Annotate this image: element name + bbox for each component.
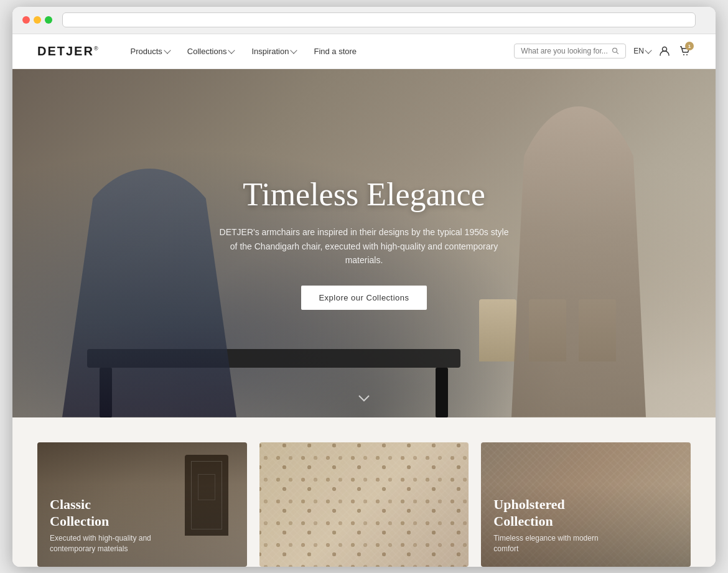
card-pattern bbox=[259, 442, 469, 567]
classic-collection-card[interactable]: ClassicCollection Executed with high-qua… bbox=[37, 442, 247, 567]
card-title: ClassicCollection bbox=[50, 496, 235, 529]
navbar: DETJER® Products Collections Inspiration… bbox=[12, 34, 716, 69]
chevron-down-icon bbox=[228, 47, 235, 54]
svg-point-3 bbox=[683, 54, 684, 55]
card-title: UpholsteredCollection bbox=[493, 496, 678, 529]
card-content: UpholsteredCollection Timeless elegance … bbox=[481, 484, 691, 566]
nav-item-inspiration[interactable]: Inspiration bbox=[245, 43, 302, 60]
middle-collection-card[interactable] bbox=[259, 442, 469, 567]
chevron-down-icon bbox=[164, 47, 170, 54]
card-subtitle: Executed with high-quality andcontempora… bbox=[50, 533, 235, 554]
search-bar[interactable] bbox=[514, 44, 626, 58]
explore-collections-button[interactable]: Explore our Collections bbox=[301, 286, 426, 310]
dot-red[interactable] bbox=[22, 16, 30, 24]
nav-item-collections[interactable]: Collections bbox=[181, 43, 241, 60]
hero-title: Timeless Elegance bbox=[177, 176, 551, 213]
svg-point-0 bbox=[613, 48, 617, 52]
search-input[interactable] bbox=[521, 47, 608, 55]
user-icon bbox=[659, 45, 670, 57]
nav-right: EN 1 bbox=[514, 44, 691, 58]
table-leg-right bbox=[436, 368, 448, 417]
scroll-down-icon bbox=[358, 394, 370, 402]
browser-window: DETJER® Products Collections Inspiration… bbox=[12, 7, 716, 567]
account-button[interactable] bbox=[658, 45, 671, 57]
cart-badge: 1 bbox=[685, 42, 694, 50]
search-icon bbox=[612, 47, 619, 55]
nav-item-products[interactable]: Products bbox=[124, 43, 176, 60]
hero-subtitle: DETJER's armchairs are inspired in their… bbox=[215, 225, 513, 267]
browser-chrome bbox=[12, 7, 716, 34]
browser-dots bbox=[22, 16, 52, 24]
lang-selector[interactable]: EN bbox=[633, 47, 651, 55]
cart-button[interactable]: 1 bbox=[678, 45, 691, 57]
collections-section: ClassicCollection Executed with high-qua… bbox=[12, 417, 716, 567]
hero-content: Timeless Elegance DETJER's armchairs are… bbox=[177, 176, 551, 310]
scroll-indicator[interactable] bbox=[358, 392, 370, 405]
chevron-down-icon bbox=[291, 47, 297, 54]
chevron-down-icon bbox=[645, 47, 651, 54]
logo[interactable]: DETJER® bbox=[37, 44, 100, 58]
dot-green[interactable] bbox=[45, 16, 52, 24]
card-subtitle: Timeless elegance with moderncomfort bbox=[493, 533, 678, 554]
svg-point-4 bbox=[686, 54, 688, 55]
nav-item-find-store[interactable]: Find a store bbox=[307, 43, 363, 60]
nav-links: Products Collections Inspiration Find a … bbox=[124, 43, 515, 60]
address-bar bbox=[62, 12, 696, 27]
svg-line-1 bbox=[617, 52, 618, 54]
hero-section: Timeless Elegance DETJER's armchairs are… bbox=[12, 69, 716, 417]
card-content: ClassicCollection Executed with high-qua… bbox=[37, 484, 247, 566]
upholstered-collection-card[interactable]: UpholsteredCollection Timeless elegance … bbox=[481, 442, 691, 567]
dot-yellow[interactable] bbox=[34, 16, 41, 24]
